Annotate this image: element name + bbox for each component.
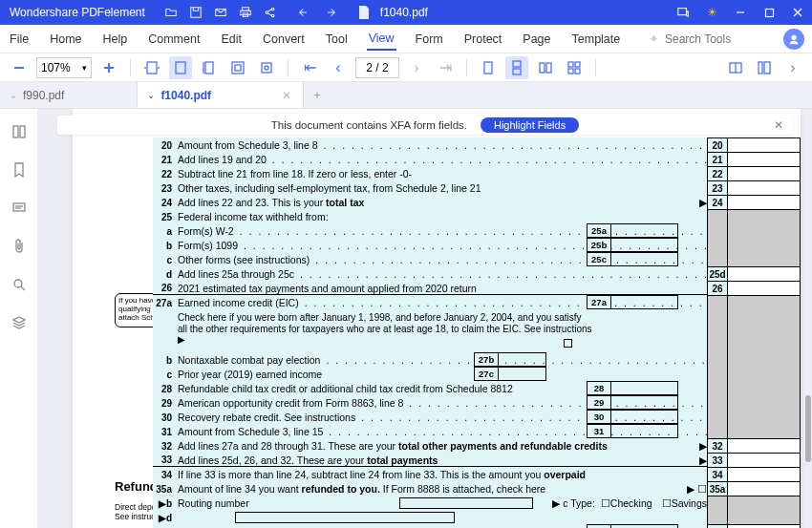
pdf-page: If you have a qualifying child, attach S… [73,109,801,528]
single-page-icon[interactable] [477,56,500,79]
menu-page[interactable]: Page [521,29,552,50]
scrollbar[interactable] [803,109,812,528]
fit-width-icon[interactable] [169,56,192,79]
svg-point-26 [265,66,268,70]
search-icon[interactable] [10,275,29,294]
banner-text: This document contains XFA form fields. [271,119,467,131]
two-page-icon[interactable] [534,56,557,79]
svg-rect-21 [205,62,213,74]
svg-rect-10 [765,9,773,16]
svg-rect-28 [513,61,521,67]
rotate-icon[interactable] [255,56,278,79]
account-field[interactable] [235,512,455,523]
menu-comment[interactable]: Comment [146,29,202,50]
actual-size-icon[interactable] [226,56,249,79]
close-icon[interactable] [783,0,812,25]
menu-help[interactable]: Help [101,29,130,50]
svg-point-13 [791,34,796,39]
read-mode-icon[interactable] [724,56,747,79]
next-page-icon[interactable]: › [405,56,428,79]
file-tab-f1040[interactable]: ⌄ f1040.pdf ✕ [138,82,304,108]
menu-protect[interactable]: Protect [462,29,504,50]
svg-rect-24 [235,65,241,71]
titlebar: Wondershare PDFelement f1040.pdf ☀ [0,0,812,25]
svg-rect-29 [513,69,521,74]
continuous-icon[interactable] [505,56,528,79]
wand-icon[interactable]: ✦ [649,32,659,46]
toolbar: 107%▾ ⇤ ‹ 2 / 2 › ⇥ › [0,53,812,82]
share-icon[interactable] [262,4,279,21]
zoom-select[interactable]: 107%▾ [36,57,92,78]
svg-rect-33 [575,62,580,67]
svg-rect-32 [568,62,573,67]
file-icon [355,4,373,21]
feedback-icon[interactable] [669,0,697,25]
menu-template[interactable]: Template [570,29,623,50]
fit-page-icon[interactable] [140,56,163,79]
menu-file[interactable]: File [8,29,31,50]
minimize-icon[interactable] [726,0,755,25]
menu-form[interactable]: Form [414,29,445,50]
zoom-in-button[interactable] [97,56,120,79]
svg-line-46 [21,286,25,290]
left-sidebar [0,109,38,528]
thumbnail-panel-icon[interactable] [753,56,776,79]
mail-icon[interactable] [212,4,229,21]
thumbnails-icon[interactable] [10,122,29,141]
svg-rect-0 [191,8,202,18]
menu-home[interactable]: Home [48,29,83,50]
comments-icon[interactable] [10,199,29,218]
more-icon[interactable]: › [781,56,804,79]
eic-checkbox[interactable] [564,339,572,348]
menu-tool[interactable]: Tool [324,29,350,50]
prev-page-icon[interactable]: ‹ [327,56,350,79]
routing-field[interactable] [399,497,533,509]
xfa-banner: This document contains XFA form fields. … [57,116,793,135]
folder-icon[interactable] [162,4,180,21]
print-icon[interactable] [237,4,254,21]
grid-icon[interactable] [563,56,586,79]
menu-view[interactable]: View [367,28,396,51]
last-page-icon[interactable]: ⇥ [434,56,457,79]
tabstrip: ⌄ f990.pdf ⌄ f1040.pdf ✕ ＋ [0,82,812,109]
maximize-icon[interactable] [755,0,783,25]
theme-icon[interactable]: ☀ [697,0,726,25]
layers-icon[interactable] [10,313,29,332]
file-tab-f990[interactable]: ⌄ f990.pdf [0,82,138,108]
amount-grid: 20 21 22 23 24 25d 26 32 33 34 35a 36 [707,137,801,528]
menu-edit[interactable]: Edit [219,29,244,50]
avatar[interactable] [783,29,804,50]
svg-rect-35 [575,69,580,74]
refund-heading: Refund [115,479,158,494]
svg-rect-17 [147,62,157,74]
svg-rect-8 [678,9,687,15]
svg-rect-20 [176,62,185,74]
add-tab-button[interactable]: ＋ [304,82,331,108]
document-viewer[interactable]: This document contains XFA form fields. … [38,109,812,528]
svg-rect-25 [262,63,271,73]
svg-rect-39 [764,62,770,74]
attachment-icon[interactable] [10,237,29,256]
svg-rect-42 [13,203,25,211]
zoom-out-button[interactable] [8,56,31,79]
redo-icon[interactable] [321,4,338,21]
title-filename: f1040.pdf [373,6,428,19]
app-name: Wondershare PDFelement [0,6,155,19]
svg-rect-30 [540,63,545,73]
search-input[interactable] [665,32,751,46]
tab-close-icon[interactable]: ✕ [280,89,293,102]
svg-rect-31 [546,63,551,73]
highlight-fields-button[interactable]: Highlight Fields [481,117,579,133]
bookmark-icon[interactable] [10,160,29,180]
menubar: File Home Help Comment Edit Convert Tool… [0,25,812,53]
first-page-icon[interactable]: ⇤ [298,56,321,79]
svg-rect-40 [13,126,18,137]
undo-icon[interactable] [296,4,313,21]
banner-close-icon[interactable]: ✕ [774,118,783,132]
menu-convert[interactable]: Convert [261,29,307,50]
svg-rect-27 [484,62,492,74]
fit-height-icon[interactable] [198,56,221,79]
page-input[interactable]: 2 / 2 [355,57,399,78]
save-icon[interactable] [187,4,204,21]
svg-point-45 [14,280,22,287]
